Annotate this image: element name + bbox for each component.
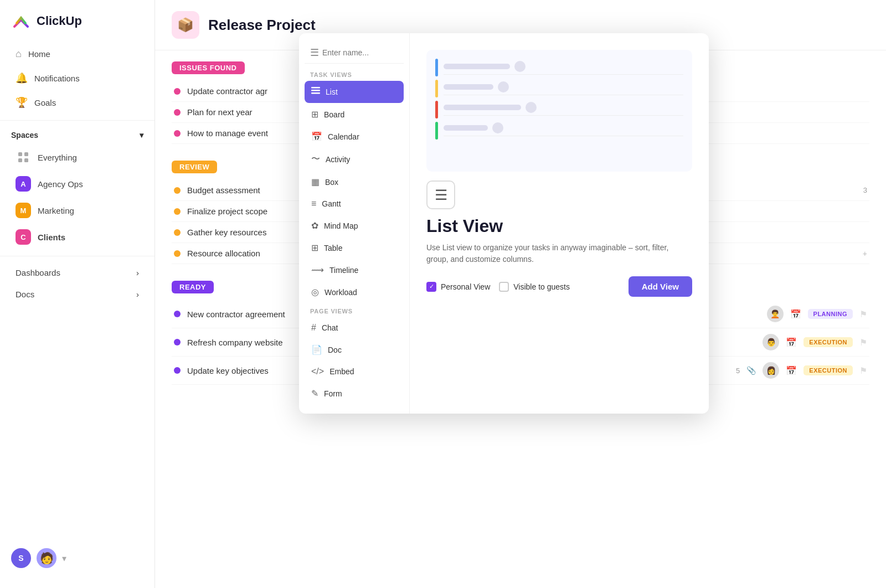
calendar-icon: 📅 bbox=[786, 337, 797, 348]
flag-icon: ⚑ bbox=[859, 365, 867, 376]
clickup-logo-icon bbox=[11, 11, 31, 31]
sidebar-divider-2 bbox=[0, 256, 154, 256]
visible-guests-checkbox[interactable] bbox=[499, 282, 509, 292]
sidebar-item-clients[interactable]: C Clients bbox=[4, 224, 150, 250]
calendar-icon: 📅 bbox=[786, 365, 797, 376]
view-item-list[interactable]: List bbox=[305, 81, 404, 103]
view-item-activity[interactable]: 〜 Activity bbox=[305, 148, 404, 171]
task-status-dot bbox=[174, 109, 181, 116]
list-view-description: Use List view to organize your tasks in … bbox=[426, 242, 692, 265]
sidebar-item-marketing[interactable]: M Marketing bbox=[4, 198, 150, 223]
sidebar-item-everything[interactable]: Everything bbox=[4, 145, 150, 170]
everything-label: Everything bbox=[38, 153, 77, 162]
svg-rect-4 bbox=[311, 87, 320, 89]
project-title: Release Project bbox=[208, 17, 316, 34]
user-avatar-s[interactable]: S bbox=[11, 548, 31, 568]
svg-rect-0 bbox=[18, 152, 22, 156]
task-status-badge: EXECUTION bbox=[803, 365, 853, 375]
agency-ops-avatar: A bbox=[16, 176, 31, 192]
list-view-label: List bbox=[326, 87, 338, 96]
logo-area: ClickUp bbox=[0, 11, 154, 42]
sidebar-item-home-label: Home bbox=[28, 49, 50, 59]
list-view-title: List View bbox=[426, 216, 692, 236]
spaces-chevron-icon: ▾ bbox=[140, 131, 143, 140]
workload-view-icon: ◎ bbox=[311, 287, 319, 297]
task-status-dot bbox=[174, 367, 181, 374]
user-dropdown-icon[interactable]: ▾ bbox=[62, 553, 66, 564]
home-icon: ⌂ bbox=[16, 48, 22, 60]
issues-header: ISSUES FOUND bbox=[172, 61, 245, 74]
task-status-dot bbox=[174, 311, 181, 317]
view-item-workload[interactable]: ◎ Workload bbox=[305, 281, 404, 303]
svg-rect-6 bbox=[311, 92, 320, 94]
sidebar-item-goals-label: Goals bbox=[34, 98, 56, 107]
personal-view-checkbox[interactable]: ✓ bbox=[426, 282, 436, 292]
view-name-input[interactable] bbox=[322, 48, 398, 57]
task-views-label: TASK VIEWS bbox=[305, 67, 404, 80]
trophy-icon: 🏆 bbox=[16, 96, 28, 109]
view-item-table[interactable]: ⊞ Table bbox=[305, 237, 404, 259]
calendar-view-label: Calendar bbox=[328, 132, 359, 141]
task-status-dot bbox=[174, 88, 181, 95]
sidebar-item-goals[interactable]: 🏆 Goals bbox=[4, 91, 150, 114]
everything-grid-icon bbox=[16, 149, 31, 165]
view-item-form[interactable]: ✎ Form bbox=[305, 383, 404, 404]
timeline-view-label: Timeline bbox=[329, 266, 358, 275]
view-item-box[interactable]: ▦ Box bbox=[305, 171, 404, 193]
sidebar-divider bbox=[0, 120, 154, 121]
sidebar-item-notifications[interactable]: 🔔 Notifications bbox=[4, 66, 150, 90]
view-item-board[interactable]: ⊞ Board bbox=[305, 104, 404, 125]
view-item-calendar[interactable]: 📅 Calendar bbox=[305, 126, 404, 147]
task-status-badge: EXECUTION bbox=[803, 337, 853, 347]
dashboards-chevron-icon: › bbox=[136, 268, 139, 277]
page-views-label: PAGE VIEWS bbox=[305, 303, 404, 317]
task-assignee-avatar: 👨 bbox=[763, 334, 779, 350]
workload-view-label: Workload bbox=[324, 288, 357, 297]
spaces-header[interactable]: Spaces ▾ bbox=[0, 126, 154, 144]
view-item-timeline[interactable]: ⟿ Timeline bbox=[305, 259, 404, 281]
doc-view-icon: 📄 bbox=[311, 344, 322, 355]
view-item-embed[interactable]: </> Embed bbox=[305, 361, 404, 382]
personal-view-option[interactable]: ✓ Personal View bbox=[426, 282, 490, 292]
marketing-label: Marketing bbox=[38, 206, 74, 215]
personal-view-label: Personal View bbox=[441, 282, 490, 291]
task-add-icon[interactable]: + bbox=[863, 249, 867, 258]
list-view-symbol-icon: ☰ bbox=[426, 180, 455, 209]
app-name: ClickUp bbox=[37, 14, 82, 28]
mindmap-view-label: Mind Map bbox=[324, 221, 358, 230]
spaces-label: Spaces bbox=[11, 131, 38, 140]
sidebar-item-notifications-label: Notifications bbox=[34, 74, 80, 83]
docs-chevron-icon: › bbox=[136, 290, 139, 299]
svg-rect-1 bbox=[24, 152, 28, 156]
board-view-label: Board bbox=[324, 110, 344, 119]
task-status-dot bbox=[174, 229, 181, 236]
form-view-label: Form bbox=[324, 389, 342, 398]
task-status-dot bbox=[174, 187, 181, 194]
project-icon: 📦 bbox=[172, 11, 199, 39]
visible-guests-option[interactable]: Visible to guests bbox=[499, 282, 570, 292]
task-status-dot bbox=[174, 130, 181, 137]
timeline-view-icon: ⟿ bbox=[311, 265, 324, 275]
agency-ops-label: Agency Ops bbox=[38, 179, 83, 189]
ready-header: READY bbox=[172, 281, 214, 293]
form-view-icon: ✎ bbox=[311, 388, 318, 399]
view-item-mindmap[interactable]: ✿ Mind Map bbox=[305, 215, 404, 236]
view-item-gantt[interactable]: ≡ Gantt bbox=[305, 193, 404, 214]
flag-icon: ⚑ bbox=[859, 337, 867, 348]
view-item-chat[interactable]: # Chat bbox=[305, 317, 404, 338]
doc-view-label: Doc bbox=[328, 345, 342, 354]
view-item-doc[interactable]: 📄 Doc bbox=[305, 339, 404, 360]
user-avatar-photo[interactable]: 🧑 bbox=[37, 548, 56, 568]
docs-label: Docs bbox=[16, 290, 34, 299]
sidebar-item-home[interactable]: ⌂ Home bbox=[4, 43, 150, 65]
marketing-avatar: M bbox=[16, 203, 31, 218]
view-name-search: ☰ bbox=[305, 42, 404, 64]
svg-rect-3 bbox=[24, 158, 28, 162]
sidebar-item-docs[interactable]: Docs › bbox=[4, 284, 150, 305]
mindmap-view-icon: ✿ bbox=[311, 220, 318, 231]
sidebar-item-dashboards[interactable]: Dashboards › bbox=[4, 262, 150, 283]
view-picker-dropdown: ☰ TASK VIEWS List ⊞ Board 📅 Calendar bbox=[299, 33, 709, 414]
sidebar-item-agency-ops[interactable]: A Agency Ops bbox=[4, 171, 150, 197]
add-view-button[interactable]: Add View bbox=[629, 276, 692, 297]
calendar-view-icon: 📅 bbox=[311, 131, 322, 142]
